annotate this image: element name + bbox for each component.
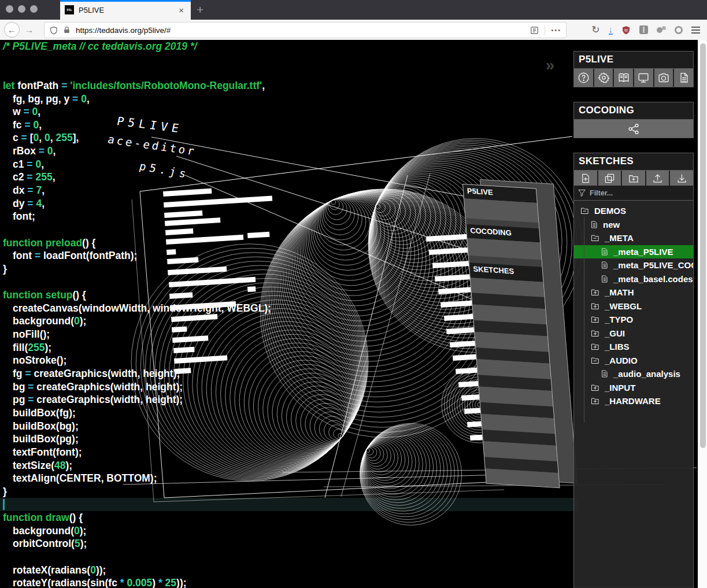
p5live-panel-header[interactable]: P5LIVE [574, 51, 693, 69]
tree-folder-_input[interactable]: _INPUT [574, 381, 693, 395]
new-tab-button[interactable]: + [197, 3, 203, 17]
page-scrollbar[interactable] [698, 40, 707, 588]
window-close-button[interactable] [6, 5, 13, 13]
toolbar-actions: ↻ ↓ [591, 20, 707, 40]
tree-item-label: _META [605, 233, 634, 243]
tree-folder-_libs[interactable]: _LIBS [574, 340, 693, 354]
tree-folder-_audio[interactable]: _AUDIO [574, 354, 693, 368]
panel-p5live: P5LIVE [573, 51, 694, 87]
tab-title: P5LIVE [79, 6, 176, 14]
sidebar-toggle-icon[interactable]: » [546, 57, 554, 75]
extension-icon[interactable] [657, 25, 666, 34]
cocoding-panel-header[interactable]: COCODING [574, 102, 693, 120]
download-icon[interactable] [670, 171, 693, 186]
tree-item-label: _LIBS [605, 342, 630, 352]
menu-icon[interactable] [691, 25, 700, 35]
tree-folder-_meta[interactable]: _META [574, 231, 693, 245]
url-bar[interactable]: ••• [44, 22, 567, 38]
p5live-sidebar: P5LIVE COCODING [569, 40, 698, 588]
extension-icon[interactable] [675, 26, 683, 34]
tree-folder-_hardware[interactable]: _HARDWARE [574, 394, 693, 408]
sketches-tree: DEMOSnew_META_meta_P5LIVE_meta_P5LIVE_CO… [574, 201, 693, 588]
tree-item-label: _meta_P5LIVE_COCODING [613, 260, 693, 270]
new-folder-icon[interactable] [622, 171, 645, 186]
tree-file-_audio_analysis[interactable]: _audio_analysis [574, 367, 693, 381]
file-icon[interactable] [674, 69, 693, 87]
url-input[interactable] [76, 26, 530, 35]
reload-icon[interactable]: ↻ [591, 24, 599, 36]
upload-icon[interactable] [646, 171, 669, 186]
panel-sketches: SKETCHES DEMOSnew_META_meta_P5LIVE_meta_… [573, 153, 694, 588]
active-tab-indicator [60, 0, 191, 2]
tree-file-new[interactable]: new [574, 218, 693, 232]
reader-view-icon[interactable] [530, 26, 539, 35]
p5live-icon-row [574, 69, 693, 87]
reference-icon[interactable] [614, 69, 633, 87]
tree-item-label: DEMOS [594, 206, 626, 216]
panel-cocoding: COCODING [573, 102, 694, 138]
scrollbar-thumb[interactable] [700, 43, 706, 448]
filter-row [574, 186, 693, 201]
page-actions-icon[interactable]: ••• [551, 27, 561, 34]
tree-item-label: _WEBGL [605, 301, 642, 311]
tree-folder-demos[interactable]: DEMOS [574, 204, 693, 218]
tree-item-label: _audio_analysis [613, 369, 680, 379]
filter-funnel-icon [578, 188, 586, 197]
share-icon[interactable] [574, 120, 693, 138]
window-zoom-button[interactable] [30, 5, 38, 13]
tab-close-icon[interactable]: × [176, 5, 186, 16]
new-sketch-icon[interactable] [574, 171, 597, 186]
forward-button[interactable]: → [25, 25, 34, 35]
duplicate-icon[interactable] [598, 171, 621, 186]
tree-item-label: _MATH [605, 287, 634, 297]
tree-item-label: _INPUT [605, 383, 635, 393]
display-icon[interactable] [634, 69, 653, 87]
lock-icon[interactable] [63, 26, 71, 34]
filter-input[interactable] [590, 189, 671, 197]
browser-toolbar: ← → ••• ↻ ↓ [0, 20, 707, 40]
snapshot-icon[interactable] [654, 69, 673, 87]
sketches-icon-row [574, 171, 693, 186]
favicon: P5L [65, 5, 74, 14]
tracking-shield-icon[interactable] [50, 26, 58, 35]
tree-folder-_typo[interactable]: _TYPO [574, 313, 693, 327]
tree-folder-_gui[interactable]: _GUI [574, 327, 693, 341]
browser-tab[interactable]: P5L P5LIVE × [60, 0, 191, 20]
window-controls[interactable] [6, 5, 38, 13]
tree-item-label: _AUDIO [605, 356, 638, 365]
tree-item-label: new [603, 220, 620, 230]
tree-folder-_webgl[interactable]: _WEBGL [574, 299, 693, 313]
tree-item-label: _GUI [605, 328, 625, 338]
back-button[interactable]: ← [4, 22, 20, 38]
divider [545, 25, 545, 35]
tree-folder-_math[interactable]: _MATH [574, 286, 693, 299]
sketches-panel-header[interactable]: SKETCHES [574, 153, 693, 171]
ublock-extension-icon[interactable] [621, 25, 631, 35]
help-icon[interactable] [574, 69, 593, 87]
downloads-icon[interactable]: ↓ [609, 25, 613, 35]
tree-indent-guide [584, 217, 584, 423]
cocoding-icon-row [574, 120, 693, 138]
tree-item-label: _TYPO [605, 315, 633, 324]
tree-item-label: _meta_basel.codes [613, 274, 693, 284]
tree-item-label: _meta_P5LIVE [613, 247, 673, 257]
settings-icon[interactable] [594, 69, 613, 87]
tree-file-_meta_basel.codes[interactable]: _meta_basel.codes [574, 272, 693, 286]
tree-item-label: _HARDWARE [605, 396, 661, 406]
tree-file-_meta_p5live_cocoding[interactable]: _meta_P5LIVE_COCODING [574, 258, 693, 272]
tree-file-_meta_p5live[interactable]: _meta_P5LIVE [574, 245, 693, 259]
window-minimize-button[interactable] [18, 5, 25, 13]
extension-icon[interactable] [639, 25, 648, 34]
browser-tabbar: P5L P5LIVE × + [0, 0, 707, 20]
